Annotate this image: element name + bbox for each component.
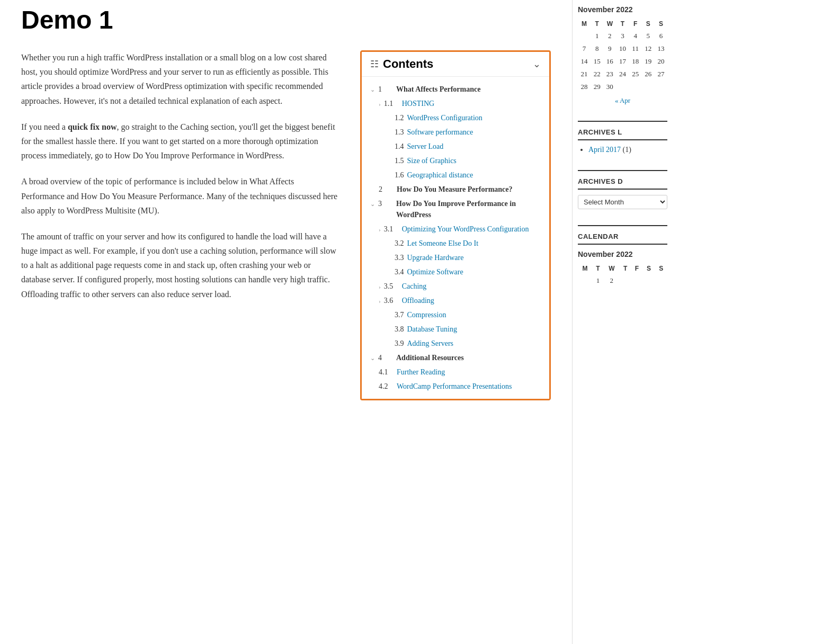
archives-link-april-2017[interactable]: April 2017 (588, 146, 621, 154)
cal-cell: 2 (603, 30, 616, 42)
toc-num-1-6: 1.6 (387, 169, 404, 181)
cal-cell: 13 (655, 42, 667, 55)
toc-link-3-5[interactable]: Caching (402, 281, 541, 292)
cal2-header-f: F (631, 263, 643, 274)
cal2-row-1: 1 2 (578, 274, 667, 287)
cal2-cell (620, 274, 631, 287)
archives-list-item: April 2017 (1) (588, 146, 667, 154)
cal-cell: 21 (578, 68, 591, 80)
toc-item-4[interactable]: ⌄ 4 Additional Resources (362, 351, 549, 365)
toc-link-3-2[interactable]: Let Someone Else Do It (407, 238, 541, 249)
toc-link-1-1[interactable]: HOSTING (402, 98, 541, 109)
cal-cell: 30 (603, 80, 616, 93)
toc-item-3-9[interactable]: 3.9 Adding Servers (362, 336, 549, 351)
toc-link-3-8[interactable]: Database Tuning (407, 324, 541, 335)
toc-num-3-9: 3.9 (387, 338, 404, 349)
toc-item-1-5[interactable]: 1.5 Size of Graphics (362, 154, 549, 168)
toc-link-3-7[interactable]: Compression (407, 309, 541, 320)
toc-link-3-3[interactable]: Upgrade Hardware (407, 252, 541, 263)
cal-cell[interactable]: 1 (591, 30, 603, 42)
toc-item-1-1[interactable]: › 1.1 HOSTING (362, 96, 549, 111)
select-month-dropdown[interactable]: Select Month (578, 195, 667, 209)
toc-link-3-4[interactable]: Optimize Software (407, 266, 541, 278)
toc-item-3-4[interactable]: 3.4 Optimize Software (362, 265, 549, 279)
chevron-down-icon-4: ⌄ (370, 354, 375, 363)
toc-item-1[interactable]: ⌄ 1 What Affects Performance (362, 82, 549, 96)
cal-cell (578, 30, 591, 42)
cal-cell: 15 (591, 55, 603, 68)
toc-item-3[interactable]: ⌄ 3 How Do You Improve Performance in Wo… (362, 196, 549, 222)
cal-header-s1: S (642, 18, 655, 30)
cal-cell: 20 (655, 55, 667, 68)
toc-link-2[interactable]: How Do You Measure Performance? (397, 184, 541, 195)
chevron-down-icon: ⌄ (370, 85, 375, 94)
toc-item-4-1[interactable]: 4.1 Further Reading (362, 365, 549, 379)
cal-cell: 10 (616, 42, 629, 55)
cal-row-3: 14 15 16 17 18 19 20 (578, 55, 667, 68)
chevron-right-icon: › (379, 100, 381, 109)
cal-cell: 5 (642, 30, 655, 42)
toc-item-4-2[interactable]: 4.2 WordCamp Performance Presentations (362, 379, 549, 393)
toc-link-3[interactable]: How Do You Improve Performance in WordPr… (396, 198, 541, 220)
cal-cell (655, 80, 667, 93)
toc-item-3-8[interactable]: 3.8 Database Tuning (362, 322, 549, 336)
cal-row-5: 28 29 30 (578, 80, 667, 93)
divider-3 (578, 225, 667, 226)
toc-num-4: 4 (378, 352, 393, 363)
cal-cell: 3 (616, 30, 629, 42)
toc-link-4[interactable]: Additional Resources (396, 352, 541, 363)
chevron-right-icon-3-1: › (379, 225, 381, 234)
toc-item-3-5[interactable]: › 3.5 Caching (362, 279, 549, 293)
sidebar: November 2022 M T W T F S S 1 2 3 (572, 0, 678, 644)
toc-item-1-4[interactable]: 1.4 Server Load (362, 139, 549, 154)
divider-2 (578, 170, 667, 171)
toc-item-3-1[interactable]: › 3.1 Optimizing Your WordPress Configur… (362, 222, 549, 236)
paragraph-3: A broad overview of the topic of perform… (21, 174, 339, 218)
toc-link-1-6[interactable]: Geographical distance (407, 169, 541, 181)
calendar-section-month: November 2022 (578, 250, 667, 258)
toc-item-1-6[interactable]: 1.6 Geographical distance (362, 168, 549, 182)
toc-link-1-5[interactable]: Size of Graphics (407, 155, 541, 166)
toc-num-4-2: 4.2 (379, 381, 394, 392)
toc-link-1-2[interactable]: WordPress Configuration (407, 112, 541, 123)
sidebar-archives-list: ARCHIVES L April 2017 (1) (578, 128, 667, 154)
toc-item-1-2[interactable]: 1.2 WordPress Configuration (362, 111, 549, 125)
toc-item-2[interactable]: 2 How Do You Measure Performance? (362, 182, 549, 196)
toc-link-4-2[interactable]: WordCamp Performance Presentations (397, 381, 541, 392)
cal-header-t2: T (616, 18, 629, 30)
toc-num-1-5: 1.5 (387, 155, 404, 166)
cal2-header-w: W (604, 263, 620, 274)
toc-item-3-3[interactable]: 3.3 Upgrade Hardware (362, 251, 549, 265)
toc-toggle-button[interactable]: ⌄ (533, 58, 541, 70)
cal-row-1: 1 2 3 4 5 6 (578, 30, 667, 42)
toc-link-3-9[interactable]: Adding Servers (407, 338, 541, 349)
cal2-header-m: M (578, 263, 592, 274)
toc-body: ⌄ 1 What Affects Performance › 1.1 HOSTI… (362, 77, 549, 399)
cal-cell: 26 (642, 68, 655, 80)
toc-link-1-4[interactable]: Server Load (407, 141, 541, 152)
toc-num-4-1: 4.1 (379, 366, 394, 378)
chevron-right-icon-3-5: › (379, 282, 381, 291)
toc-item-1-3[interactable]: 1.3 Software performance (362, 125, 549, 139)
article-body: Whether you run a high traffic WordPress… (21, 50, 339, 313)
toc-item-3-6[interactable]: › 3.6 Offloading (362, 293, 549, 308)
toc-item-3-2[interactable]: 3.2 Let Someone Else Do It (362, 236, 549, 251)
toc-item-3-7[interactable]: 3.7 Compression (362, 308, 549, 322)
cal2-header-s1: S (642, 263, 655, 274)
toc-num-1-2: 1.2 (387, 112, 404, 123)
prev-month-link[interactable]: « Apr (615, 96, 630, 104)
toc-link-3-6[interactable]: Offloading (402, 295, 541, 306)
toc-link-4-1[interactable]: Further Reading (397, 366, 541, 378)
toc-link-1[interactable]: What Affects Performance (396, 84, 541, 95)
toc-link-1-3[interactable]: Software performance (407, 127, 541, 138)
cal2-header-t2: T (620, 263, 631, 274)
toc-link-3-1[interactable]: Optimizing Your WordPress Configuration (402, 223, 541, 235)
calendar-header-month: November 2022 (578, 5, 667, 14)
table-of-contents: ☷ Contents ⌄ ⌄ 1 What Affects Performanc… (360, 50, 551, 400)
archives-count: (1) (623, 146, 631, 154)
cal2-cell: 1 (592, 274, 604, 287)
bold-text: quick fix now (68, 122, 117, 131)
cal2-cell: 2 (604, 274, 620, 287)
cal2-cell (578, 274, 592, 287)
cal-cell: 11 (629, 42, 642, 55)
